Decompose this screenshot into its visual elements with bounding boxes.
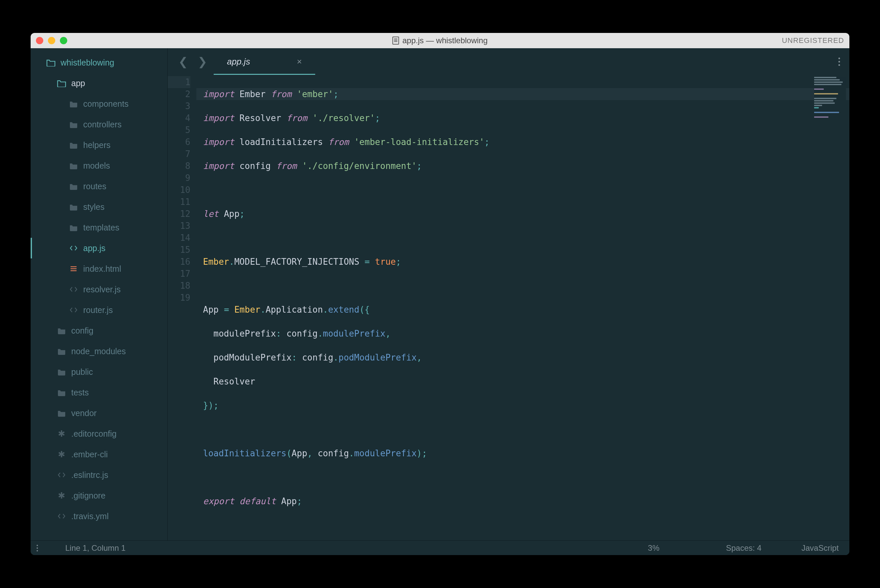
- folder-node-modules[interactable]: node_modules: [31, 341, 167, 362]
- file-index-html[interactable]: index.html: [31, 258, 167, 279]
- html-file-icon: [68, 266, 79, 272]
- code-file-icon: [68, 286, 79, 292]
- folder-templates[interactable]: templates: [31, 217, 167, 238]
- file-label: .ember-cli: [71, 450, 108, 459]
- line-number: 2: [168, 88, 190, 100]
- folder-label: vendor: [71, 408, 96, 418]
- line-number: 4: [168, 112, 190, 124]
- file-label: .gitignore: [71, 491, 105, 501]
- folder-routes[interactable]: routes: [31, 176, 167, 196]
- folder-styles[interactable]: styles: [31, 196, 167, 217]
- cursor-position[interactable]: Line 1, Column 1: [65, 543, 125, 553]
- folder-tests[interactable]: tests: [31, 382, 167, 403]
- file-editorconfig[interactable]: ✱ .editorconfig: [31, 423, 167, 444]
- line-number: 16: [168, 256, 190, 268]
- folder-open-icon: [45, 58, 57, 66]
- folder-label: controllers: [83, 120, 122, 129]
- folder-public[interactable]: public: [31, 362, 167, 382]
- code-content[interactable]: import Ember from 'ember'; import Resolv…: [196, 75, 849, 540]
- folder-label: app: [71, 78, 85, 88]
- window-title-text: app.js — whistleblowing: [402, 36, 487, 45]
- minimize-window-button[interactable]: [48, 37, 55, 44]
- line-number: 18: [168, 280, 190, 292]
- file-eslintrc[interactable]: .eslintrc.js: [31, 465, 167, 485]
- project-root[interactable]: whistleblowing: [31, 52, 167, 73]
- folder-app[interactable]: app: [31, 73, 167, 93]
- nav-back-button[interactable]: ❮: [175, 54, 191, 69]
- tabbar: ❮ ❯ app.js ×: [168, 48, 849, 75]
- maximize-window-button[interactable]: [60, 37, 67, 44]
- folder-icon: [68, 121, 79, 128]
- folder-controllers[interactable]: controllers: [31, 114, 167, 135]
- folder-label: components: [83, 99, 128, 109]
- folder-icon: [68, 100, 79, 107]
- line-number: 14: [168, 232, 190, 244]
- folder-icon: [56, 327, 67, 334]
- file-ember-cli[interactable]: ✱ .ember-cli: [31, 444, 167, 465]
- file-label: router.js: [83, 305, 113, 315]
- folder-label: styles: [83, 202, 104, 212]
- line-number: 1: [168, 76, 190, 88]
- folder-label: public: [71, 367, 93, 377]
- titlebar: app.js — whistleblowing UNREGISTERED: [31, 33, 849, 48]
- project-name: whistleblowing: [60, 58, 114, 68]
- folder-helpers[interactable]: helpers: [31, 135, 167, 155]
- line-number: 13: [168, 220, 190, 232]
- line-number: 10: [168, 184, 190, 196]
- folder-icon: [56, 368, 67, 375]
- line-number: 17: [168, 268, 190, 280]
- file-router-js[interactable]: router.js: [31, 300, 167, 320]
- line-number: 15: [168, 244, 190, 256]
- code-editor[interactable]: 1 2 3 4 5 6 7 8 9 10 11 12 13 14 15 16 1: [168, 75, 849, 540]
- asterisk-icon: ✱: [56, 449, 67, 460]
- file-travis-yml[interactable]: .travis.yml: [31, 506, 167, 526]
- tabbar-menu-button[interactable]: [838, 57, 840, 66]
- folder-open-icon: [56, 79, 67, 87]
- folder-icon: [68, 183, 79, 190]
- file-resolver-js[interactable]: resolver.js: [31, 279, 167, 300]
- line-number: 8: [168, 160, 190, 172]
- file-label: index.html: [83, 264, 121, 274]
- code-file-icon: [56, 472, 67, 478]
- file-label: resolver.js: [83, 285, 121, 294]
- folder-label: models: [83, 161, 110, 171]
- close-window-button[interactable]: [36, 37, 43, 44]
- nav-forward-button[interactable]: ❯: [194, 54, 211, 69]
- folder-label: tests: [71, 388, 89, 398]
- file-gitignore[interactable]: ✱ .gitignore: [31, 485, 167, 506]
- file-icon: [393, 37, 399, 45]
- line-number: 11: [168, 196, 190, 208]
- line-number: 6: [168, 136, 190, 148]
- minimap[interactable]: [814, 77, 846, 137]
- folder-config[interactable]: config: [31, 320, 167, 341]
- file-app-js[interactable]: app.js: [31, 238, 167, 258]
- sidebar[interactable]: whistleblowing app components controller…: [31, 48, 168, 540]
- line-number: 5: [168, 124, 190, 136]
- folder-icon: [68, 141, 79, 148]
- file-label: .editorconfig: [71, 429, 116, 439]
- code-file-icon: [56, 513, 67, 519]
- folder-components[interactable]: components: [31, 93, 167, 114]
- folder-icon: [68, 162, 79, 169]
- folder-label: config: [71, 326, 93, 336]
- line-number: 7: [168, 148, 190, 160]
- statusbar-menu-button[interactable]: [35, 543, 40, 554]
- line-number: 3: [168, 100, 190, 112]
- editor-window: app.js — whistleblowing UNREGISTERED whi…: [31, 33, 849, 555]
- tab-label: app.js: [227, 57, 250, 67]
- folder-icon: [56, 389, 67, 396]
- folder-vendor[interactable]: vendor: [31, 403, 167, 423]
- folder-models[interactable]: models: [31, 155, 167, 176]
- tab-close-button[interactable]: ×: [296, 57, 302, 67]
- folder-label: helpers: [83, 140, 110, 150]
- tab-app-js[interactable]: app.js ×: [214, 48, 315, 75]
- unregistered-label: UNREGISTERED: [782, 36, 844, 45]
- code-file-icon: [68, 307, 79, 313]
- line-gutter: 1 2 3 4 5 6 7 8 9 10 11 12 13 14 15 16 1: [168, 75, 196, 540]
- folder-icon: [56, 348, 67, 355]
- asterisk-icon: ✱: [56, 490, 67, 501]
- folder-icon: [68, 203, 79, 210]
- code-file-icon: [68, 245, 79, 251]
- file-label: .eslintrc.js: [71, 470, 108, 480]
- folder-label: routes: [83, 182, 106, 191]
